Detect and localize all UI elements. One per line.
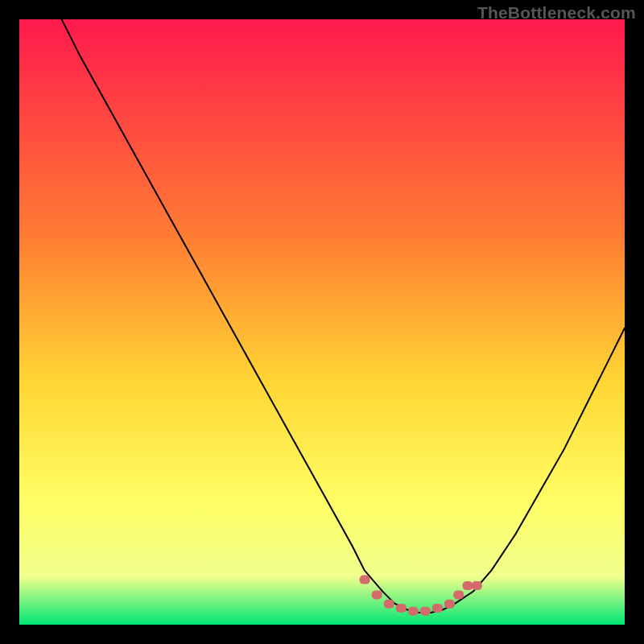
plot-area xyxy=(19,19,625,625)
chart-svg xyxy=(19,19,625,625)
marker-dot xyxy=(420,607,431,616)
marker-dot xyxy=(384,600,394,609)
watermark-text: TheBottleneck.com xyxy=(477,3,636,23)
marker-dot xyxy=(408,607,419,616)
marker-dot xyxy=(372,590,382,599)
marker-dot xyxy=(472,581,482,590)
marker-dot xyxy=(396,604,407,613)
chart-container: TheBottleneck.com xyxy=(0,0,644,644)
marker-dot xyxy=(463,581,473,590)
marker-dot xyxy=(453,590,464,599)
marker-dot xyxy=(444,600,455,609)
marker-dot xyxy=(360,576,370,584)
marker-dot xyxy=(432,604,443,613)
